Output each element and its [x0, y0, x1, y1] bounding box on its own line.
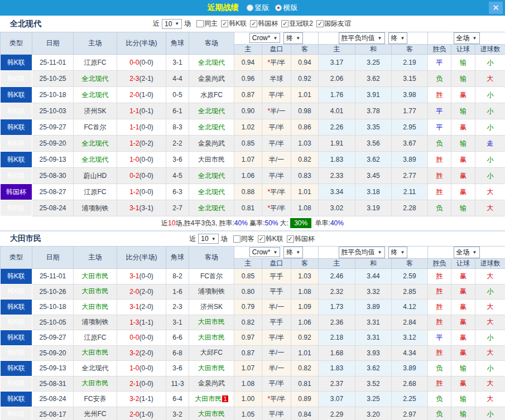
- summary-segment: 40%: [234, 219, 248, 227]
- home-team-cell: 全北现代: [74, 152, 117, 168]
- result-cell: 胜: [428, 184, 451, 200]
- games-count-select[interactable]: 10: [162, 19, 182, 29]
- full-time-score: 3-1: [129, 303, 139, 311]
- filter-checkbox-label: 同主: [204, 19, 218, 28]
- corners-cell: 4-5: [166, 168, 189, 184]
- checkbox-checked-icon[interactable]: ✓: [281, 20, 288, 27]
- odds-home-cell: 0.85: [234, 269, 262, 284]
- score-cell: 1-3(1-1): [117, 315, 166, 330]
- avg-away-cell: 2.77: [392, 168, 428, 184]
- filter-checkbox[interactable]: ✓韩K联: [256, 234, 283, 244]
- result-cell: 负: [428, 361, 451, 376]
- matches-table: 类型 日期 主场 比分(半场) 角球 客场 Crow*终 胜平负均值终 全场 主…: [0, 246, 505, 420]
- avg-home-cell: 3.02: [319, 200, 355, 216]
- odds-time-select[interactable]: 终: [283, 247, 303, 258]
- filter-checkbox[interactable]: ✓韩K联: [219, 19, 247, 28]
- home-team-cell: 全北现代: [74, 71, 117, 87]
- away-team-cell: 大邱FC: [189, 345, 234, 361]
- avg-home-cell: 2.26: [319, 119, 355, 136]
- avg-draw-cell: 3.78: [355, 103, 392, 119]
- section-home-team: 全北现代 近 10 场 同主✓韩K联✓韩国杯✓亚冠联2✓国际友谊 类型 日期 主…: [0, 16, 505, 230]
- date-cell: 25-10-18: [32, 87, 74, 103]
- filter-checkbox[interactable]: ✓亚冠联2: [279, 19, 313, 28]
- handicap-cell: 半/一: [262, 152, 291, 168]
- half-time-score: (0-0): [140, 59, 153, 66]
- odds-away-cell: 0.94: [291, 55, 319, 71]
- away-team-cell: 全北现代: [189, 119, 234, 136]
- radio-vertical-label[interactable]: 竖版: [255, 3, 270, 13]
- handicap-result-cell: 输: [451, 71, 475, 87]
- checkbox-checked-icon[interactable]: ✓: [258, 235, 265, 243]
- avg-draw-cell: 3.19: [355, 200, 392, 216]
- odds-time-select[interactable]: 终: [283, 32, 303, 44]
- odds-away-cell: 1.01: [291, 184, 319, 200]
- avg-source-select[interactable]: 胜平负均值: [339, 32, 385, 44]
- close-button[interactable]: ✕: [489, 2, 503, 14]
- scope-select[interactable]: 全场: [454, 247, 480, 258]
- odds-home-cell: 1.00: [234, 392, 262, 407]
- col-header-type: 类型: [1, 32, 32, 55]
- away-team-cell: 全北现代: [189, 184, 234, 200]
- league-cell: 韩K联: [1, 284, 32, 300]
- avg-home-cell: 2.46: [319, 269, 355, 284]
- handicap-result-cell: 赢: [451, 330, 475, 346]
- checkbox-checked-icon[interactable]: ✓: [250, 20, 257, 27]
- league-cell: 韩K联: [1, 345, 32, 361]
- handicap-result-cell: 赢: [451, 168, 475, 184]
- games-unit-label: 场: [184, 19, 191, 28]
- handicap-cell: 半/一: [262, 345, 291, 361]
- avg-source-select[interactable]: 胜平负均值: [339, 247, 385, 258]
- handicap-cell: 平/半: [262, 376, 291, 392]
- odds-source-select[interactable]: Crow*: [249, 247, 281, 257]
- col-header-home: 主场: [74, 32, 117, 55]
- avg-time-select[interactable]: 终: [388, 247, 408, 258]
- goals-cell: 小: [475, 361, 505, 376]
- checkbox-checked-icon[interactable]: ✓: [287, 235, 294, 243]
- radio-vertical[interactable]: [247, 4, 253, 11]
- avg-draw-cell: 3.52: [355, 376, 392, 392]
- filter-checkbox[interactable]: 同主: [194, 19, 218, 28]
- table-row: 韩K联25-09-13全北现代1-0(0-0)3-6大田市民1.07半/一0.8…: [1, 152, 505, 168]
- home-team-cell: 浦项制铁: [74, 315, 117, 330]
- scope-select[interactable]: 全场: [454, 32, 480, 44]
- games-count-select[interactable]: 10: [198, 234, 218, 244]
- away-team-cell: 大田市民: [189, 315, 234, 330]
- checkbox-unchecked-icon[interactable]: [196, 20, 204, 27]
- avg-home-cell: 1.83: [319, 152, 355, 168]
- half-time-score: (1-1): [140, 395, 153, 403]
- team-name: 全北现代: [10, 19, 41, 29]
- checkbox-unchecked-icon[interactable]: [233, 235, 241, 243]
- star-icon: *: [267, 395, 270, 403]
- filter-checkbox[interactable]: ✓韩国杯: [248, 19, 278, 28]
- filter-checkbox[interactable]: 同客: [231, 234, 254, 244]
- avg-away-cell: 2.59: [392, 269, 428, 284]
- league-cell: 韩K联: [1, 315, 32, 330]
- radio-horizontal[interactable]: [275, 4, 282, 11]
- avg-draw-cell: 3.32: [355, 284, 392, 300]
- checkbox-checked-icon[interactable]: ✓: [316, 20, 324, 27]
- col-header-odds-home: 主: [234, 259, 262, 269]
- table-row: 韩K联25-08-17光州FC2-0(1-0)3-2大田市民1.05平/半0.8…: [1, 407, 505, 420]
- half-time-score: (0-0): [140, 156, 153, 163]
- table-row: 韩K联25-10-18全北现代2-0(1-0)0-5水原FC0.87平/半1.0…: [1, 87, 505, 103]
- home-team-cell: 大田市民: [74, 269, 117, 284]
- filter-checkbox[interactable]: ✓韩国杯: [285, 234, 315, 244]
- checkbox-checked-icon[interactable]: ✓: [221, 20, 228, 27]
- full-time-score: 3-1: [129, 204, 139, 212]
- avg-draw-cell: 3.35: [355, 119, 392, 136]
- filter-checkbox[interactable]: ✓国际友谊: [314, 19, 351, 28]
- handicap-cell: 平手: [262, 269, 291, 284]
- radio-horizontal-label[interactable]: 横版: [283, 3, 298, 13]
- avg-away-cell: 3.12: [392, 330, 428, 346]
- score-cell: 0-0(0-0): [117, 55, 166, 71]
- col-header-odds-away: 客: [291, 259, 319, 269]
- odds-source-select[interactable]: Crow*: [249, 33, 281, 43]
- avg-time-select[interactable]: 终: [388, 32, 408, 44]
- league-cell: 韩K联: [1, 376, 32, 392]
- full-time-score: 0-0: [129, 334, 139, 341]
- section-away-team: 大田市民 近 10 场 同客✓韩K联✓韩国杯 类型 日期 主场 比分(半场) 角…: [0, 230, 505, 420]
- handicap-result-cell: 赢: [451, 119, 475, 136]
- avg-away-cell: 2.68: [392, 376, 428, 392]
- corners-cell: 1-6: [166, 284, 189, 300]
- half-time-score: (3-1): [140, 204, 153, 212]
